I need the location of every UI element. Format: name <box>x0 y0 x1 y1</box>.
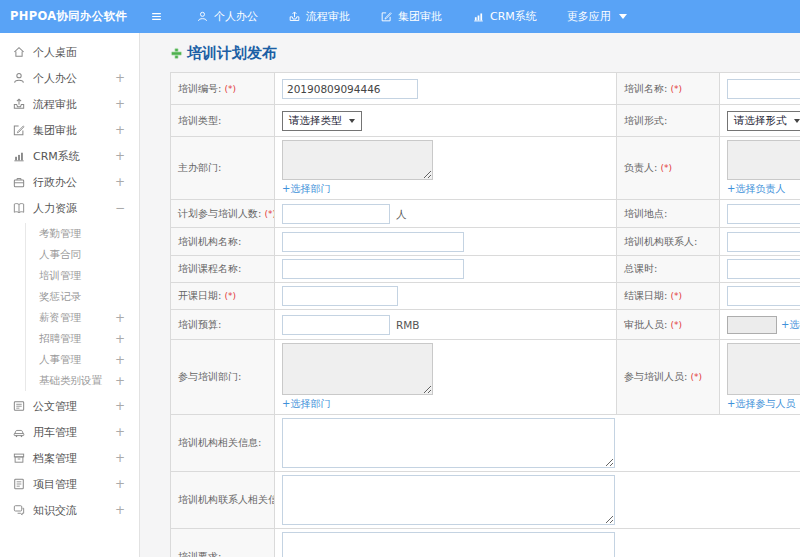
field-label: 培训类型: <box>171 105 275 137</box>
form-row: 开课日期:(*) 结课日期:(*) <box>171 283 800 310</box>
form-row: 计划参与培训人数:(*) 人 培训地点: <box>171 200 800 228</box>
sidebar-subitem-reward-punishment[interactable]: 奖惩记录 <box>26 286 139 307</box>
select-dept-link[interactable]: +选择部门 <box>282 398 330 409</box>
form-row: 培训要求: <box>171 529 800 557</box>
required-mark: (*) <box>670 291 682 301</box>
expand-plus-icon[interactable]: + <box>115 477 125 491</box>
user-icon <box>196 10 209 23</box>
org-contact-info-textarea[interactable] <box>282 475 615 525</box>
total-hours-input[interactable] <box>727 259 800 279</box>
sidebar-subitem-base-category-settings[interactable]: 基础类别设置 + <box>26 370 139 391</box>
sidebar-item-label: 人力资源 <box>33 201 77 216</box>
sidebar-item-personal-office[interactable]: 个人办公 + <box>0 65 139 91</box>
sidebar-item-personal-desktop[interactable]: 个人桌面 <box>0 39 139 65</box>
org-contact-input[interactable] <box>727 232 800 252</box>
expand-plus-icon[interactable]: + <box>115 97 125 111</box>
sidebar-subitem-salary-management[interactable]: 薪资管理 + <box>26 307 139 328</box>
course-name-input[interactable] <box>282 259 464 279</box>
field-label: 培训机构相关信息: <box>171 415 275 472</box>
org-info-textarea[interactable] <box>282 418 615 468</box>
sidebar-item-group-approval[interactable]: 集团审批 + <box>0 117 139 143</box>
planned-count-input[interactable] <box>282 204 390 224</box>
required-mark: (*) <box>660 163 672 173</box>
app-window: PHPOA协同办公软件 个人办公 流程审批 集团审批 CRM系统 更多应用 <box>0 0 800 557</box>
expand-plus-icon[interactable]: + <box>115 175 125 189</box>
sidebar-item-archive-management[interactable]: 档案管理 + <box>0 445 139 471</box>
hamburger-menu-button[interactable] <box>150 10 163 23</box>
expand-plus-icon[interactable]: + <box>115 332 125 346</box>
sidebar-subitem-attendance-management[interactable]: 考勤管理 <box>26 223 139 244</box>
sidebar-item-document-management[interactable]: 公文管理 + <box>0 393 139 419</box>
field-label: 培训机构名称: <box>171 228 275 256</box>
expand-plus-icon[interactable]: + <box>115 451 125 465</box>
field-label: 参与培训部门: <box>171 340 275 415</box>
start-date-input[interactable] <box>282 286 398 306</box>
expand-plus-icon[interactable]: + <box>115 149 125 163</box>
sidebar-item-vehicle-management[interactable]: 用车管理 + <box>0 419 139 445</box>
sidebar-item-label: 公文管理 <box>33 399 77 414</box>
main-content: 培训计划发布 培训编号:(*) 培训名称:(*) 培训类型: 请选择类型 培训形… <box>140 33 800 557</box>
join-dept-textarea[interactable] <box>282 343 433 395</box>
field-label: 培训机构联系人相关信息: <box>171 472 275 529</box>
sidebar-item-label: CRM系统 <box>33 149 80 164</box>
sidebar-subitem-recruitment-management[interactable]: 招聘管理 + <box>26 328 139 349</box>
select-leader-link[interactable]: +选择负责人 <box>727 183 785 194</box>
required-mark: (*) <box>264 209 274 219</box>
sidebar-item-crm-system[interactable]: CRM系统 + <box>0 143 139 169</box>
nav-item-workflow-approval[interactable]: 流程审批 <box>273 0 365 33</box>
nav-label: 更多应用 <box>567 9 611 24</box>
green-plus-icon <box>170 47 183 60</box>
sidebar: 个人桌面 个人办公 + 流程审批 + 集团审批 + CRM系统 + <box>0 33 140 557</box>
budget-input[interactable] <box>282 315 390 335</box>
join-people-textarea[interactable] <box>727 343 800 395</box>
location-input[interactable] <box>727 204 800 224</box>
nav-item-crm-system[interactable]: CRM系统 <box>457 0 552 33</box>
field-label: 培训要求: <box>171 529 275 557</box>
expand-plus-icon[interactable]: + <box>115 123 125 137</box>
org-name-input[interactable] <box>282 232 464 252</box>
select-approver-link[interactable]: +选择审批人员 <box>781 319 800 330</box>
requirement-textarea[interactable] <box>282 532 615 557</box>
nav-label: 个人办公 <box>214 9 258 24</box>
edit-icon <box>12 123 26 137</box>
select-join-people-link[interactable]: +选择参与人员 <box>727 398 795 409</box>
nav-item-personal-office[interactable]: 个人办公 <box>181 0 273 33</box>
leader-textarea[interactable] <box>727 140 800 180</box>
training-name-input[interactable] <box>727 79 800 99</box>
expand-plus-icon[interactable]: + <box>115 399 125 413</box>
currency-suffix: RMB <box>396 319 420 331</box>
expand-plus-icon[interactable]: + <box>115 374 125 388</box>
field-label: 主办部门: <box>171 137 275 200</box>
sidebar-item-human-resources[interactable]: 人力资源 − <box>0 195 139 221</box>
collapse-minus-icon[interactable]: − <box>115 201 125 215</box>
end-date-input[interactable] <box>727 286 800 306</box>
sidebar-item-workflow-approval[interactable]: 流程审批 + <box>0 91 139 117</box>
nav-item-group-approval[interactable]: 集团审批 <box>365 0 457 33</box>
flow-icon <box>12 97 26 111</box>
training-number-input[interactable] <box>282 79 418 99</box>
field-label: 培训课程名称: <box>171 256 275 283</box>
sidebar-subitem-label: 考勤管理 <box>39 227 81 241</box>
expand-plus-icon[interactable]: + <box>115 503 125 517</box>
sidebar-subitem-personnel-management[interactable]: 人事管理 + <box>26 349 139 370</box>
page-title-text: 培训计划发布 <box>187 44 277 63</box>
expand-plus-icon[interactable]: + <box>115 353 125 367</box>
sidebar-subitem-hr-contract[interactable]: 人事合同 <box>26 244 139 265</box>
host-dept-textarea[interactable] <box>282 140 433 180</box>
unit-suffix: 人 <box>396 208 407 220</box>
expand-plus-icon[interactable]: + <box>115 311 125 325</box>
field-label: 总课时: <box>617 256 720 283</box>
sidebar-subitem-training-management[interactable]: 培训管理 <box>26 265 139 286</box>
sidebar-item-project-management[interactable]: 项目管理 + <box>0 471 139 497</box>
field-label: 计划参与培训人数:(*) <box>171 200 275 228</box>
training-type-select[interactable]: 请选择类型 <box>282 111 362 131</box>
required-mark: (*) <box>224 291 236 301</box>
sidebar-subitem-label: 培训管理 <box>39 269 81 283</box>
training-mode-select[interactable]: 请选择形式 <box>727 111 800 131</box>
expand-plus-icon[interactable]: + <box>115 71 125 85</box>
expand-plus-icon[interactable]: + <box>115 425 125 439</box>
nav-item-more-apps[interactable]: 更多应用 <box>552 0 642 33</box>
sidebar-item-admin-office[interactable]: 行政办公 + <box>0 169 139 195</box>
sidebar-item-knowledge-exchange[interactable]: 知识交流 + <box>0 497 139 523</box>
select-dept-link[interactable]: +选择部门 <box>282 183 330 194</box>
